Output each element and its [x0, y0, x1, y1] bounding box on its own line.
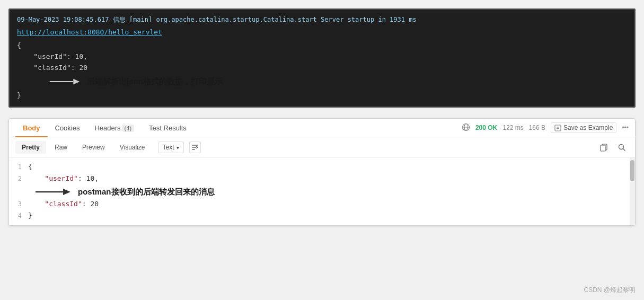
line-number-4: 4	[13, 210, 28, 221]
subtab-pretty[interactable]: Pretty	[15, 141, 46, 154]
localhost-link[interactable]: http://localhost:8080/hello_servlet	[17, 28, 162, 36]
svg-marker-16	[63, 189, 70, 195]
chevron-down-icon: ▾	[177, 145, 179, 151]
main-tabs: Body Cookies Headers(4) Test Results	[15, 119, 194, 137]
svg-line-14	[623, 149, 625, 151]
status-code: 200 OK	[475, 124, 497, 131]
top-annotation-row: 后端解析出json格式的数据，打印显示	[49, 75, 627, 88]
more-options-icon[interactable]: •••	[622, 124, 629, 131]
tab-body[interactable]: Body	[15, 119, 48, 137]
tab-cookies[interactable]: Cookies	[48, 119, 87, 137]
line-content-3: "classId": 20	[28, 198, 99, 210]
line-content-2: "userId": 10,	[28, 173, 99, 184]
line-number-3: 3	[13, 199, 28, 209]
top-arrow	[49, 75, 81, 88]
subtab-raw[interactable]: Raw	[48, 141, 74, 154]
log-line: 09-May-2023 19:08:45.617 信息 [main] org.a…	[17, 15, 627, 25]
svg-rect-5	[555, 125, 561, 131]
line-content-4: }	[28, 210, 32, 222]
save-example-button[interactable]: Save as Example	[551, 122, 616, 133]
top-json-code: { "userId": 10, "classId": 20	[17, 40, 627, 73]
line-content-1: {	[28, 161, 32, 173]
bottom-annotation-row: postman接收到的后端转发回来的消息	[9, 186, 635, 198]
svg-rect-12	[601, 145, 605, 151]
save-example-label: Save as Example	[563, 124, 613, 131]
bottom-arrow	[34, 186, 72, 198]
json-line-3: "classId": 20	[17, 63, 627, 74]
subtab-preview[interactable]: Preview	[76, 141, 111, 154]
vertical-scrollbar[interactable]	[630, 158, 635, 225]
watermark: CSDN @烽起黎明	[584, 286, 636, 295]
subtab-visualize[interactable]: Visualize	[113, 141, 152, 154]
format-selector[interactable]: Text ▾	[158, 142, 184, 153]
subtabs-right-actions	[597, 140, 629, 154]
bottom-panel: Body Cookies Headers(4) Test Results 200…	[8, 118, 636, 225]
headers-badge: (4)	[122, 125, 134, 132]
response-code-area: 1 { 2 "userId": 10, postman接收到的后端转发回来的消息…	[9, 158, 635, 225]
line-number-2: 2	[13, 173, 28, 184]
globe-icon	[462, 123, 470, 133]
word-wrap-icon[interactable]	[189, 142, 201, 153]
json-line-1: {	[17, 40, 627, 51]
bottom-annotation-text: postman接收到的后端转发回来的消息	[78, 187, 215, 197]
top-annotation-text: 后端解析出json格式的数据，打印显示	[87, 75, 223, 88]
code-line-4: 4 }	[9, 210, 635, 222]
status-size: 166 B	[529, 124, 545, 131]
log-timestamp: 09-May-2023 19:08:45.617 信息 [main] org.a…	[17, 16, 417, 23]
copy-response-icon[interactable]	[597, 140, 611, 154]
tab-test-results[interactable]: Test Results	[142, 119, 194, 137]
tab-headers[interactable]: Headers(4)	[87, 119, 142, 137]
search-response-icon[interactable]	[615, 140, 629, 154]
subtabs-bar: Pretty Raw Preview Visualize Text ▾	[9, 137, 635, 158]
json-line-2: "userId": 10,	[17, 51, 627, 63]
code-line-2: 2 "userId": 10,	[9, 173, 635, 184]
code-line-1: 1 {	[9, 161, 635, 173]
line-number-1: 1	[13, 162, 28, 172]
status-bar: 200 OK 122 ms 166 B Save as Example •••	[462, 122, 629, 133]
scrollbar-thumb[interactable]	[630, 160, 634, 181]
top-panel: 09-May-2023 19:08:45.617 信息 [main] org.a…	[8, 8, 636, 108]
json-close: }	[17, 90, 627, 101]
tabs-bar: Body Cookies Headers(4) Test Results 200…	[9, 119, 635, 137]
code-line-3: 3 "classId": 20	[9, 198, 635, 210]
status-time: 122 ms	[502, 124, 523, 131]
svg-marker-1	[73, 79, 80, 84]
format-label: Text	[163, 144, 174, 151]
